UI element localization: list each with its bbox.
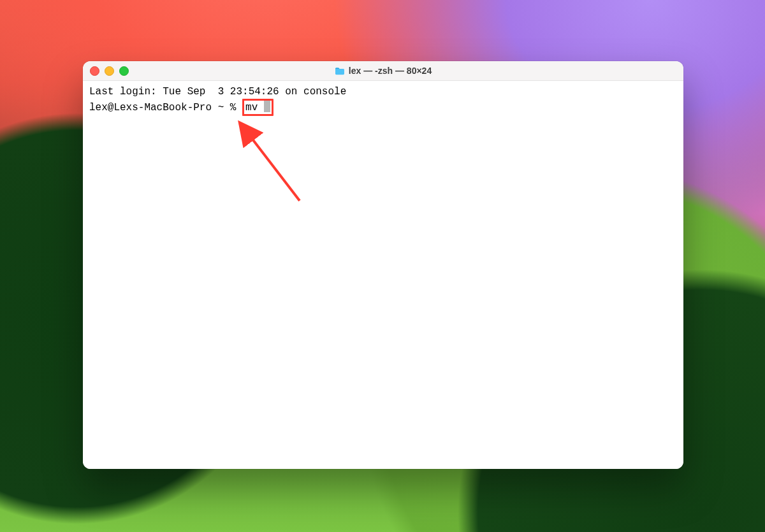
minimize-button[interactable] [105, 66, 114, 76]
window-title: lex — -zsh — 80×24 [83, 66, 683, 76]
folder-icon [335, 67, 345, 75]
last-login-line: Last login: Tue Sep 3 23:54:26 on consol… [89, 86, 346, 97]
command-input[interactable]: mv [245, 102, 264, 113]
zoom-button[interactable] [119, 66, 129, 76]
terminal-body[interactable]: Last login: Tue Sep 3 23:54:26 on consol… [83, 81, 683, 469]
desktop-background: lex — -zsh — 80×24 Last login: Tue Sep 3… [0, 0, 765, 532]
window-controls [90, 66, 129, 76]
close-button[interactable] [90, 66, 99, 76]
annotation-highlight-box: mv [242, 99, 273, 116]
shell-prompt: lex@Lexs-MacBook-Pro ~ % [89, 102, 242, 113]
window-title-text: lex — -zsh — 80×24 [349, 66, 432, 76]
text-cursor [264, 101, 270, 112]
window-titlebar[interactable]: lex — -zsh — 80×24 [83, 61, 683, 81]
terminal-window[interactable]: lex — -zsh — 80×24 Last login: Tue Sep 3… [83, 61, 683, 469]
